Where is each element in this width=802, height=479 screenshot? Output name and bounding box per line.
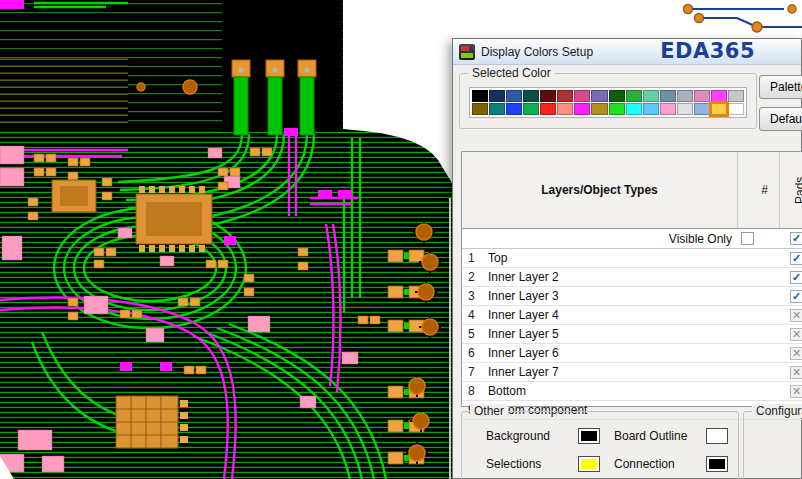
selected-color-label: Selected Color xyxy=(468,66,555,80)
layer-visibility-checkbox[interactable] xyxy=(790,347,802,360)
palette-swatch[interactable] xyxy=(540,103,556,115)
layer-row-number: 4 xyxy=(462,308,488,322)
palette-swatch[interactable] xyxy=(711,90,727,102)
dialog-title: Display Colors Setup xyxy=(481,45,593,59)
layer-name: Top xyxy=(488,251,738,265)
layer-visibility-checkbox[interactable] xyxy=(790,252,802,265)
palette-swatch[interactable] xyxy=(711,103,727,115)
configuration-group: Configuration xyxy=(743,411,802,479)
palette-swatch[interactable] xyxy=(472,90,488,102)
layer-visibility-checkbox[interactable] xyxy=(790,366,802,379)
other-item: Selections xyxy=(486,456,600,472)
other-item: Connection xyxy=(614,456,728,472)
palette-swatch[interactable] xyxy=(574,103,590,115)
palette-swatch[interactable] xyxy=(506,90,522,102)
layer-row[interactable]: 5Inner Layer 5 xyxy=(462,325,802,344)
pads-app-icon xyxy=(459,44,475,60)
palette-swatch[interactable] xyxy=(557,90,573,102)
palette-swatch[interactable] xyxy=(643,90,659,102)
layer-row-number: 5 xyxy=(462,327,488,341)
layer-name: Bottom xyxy=(488,384,738,398)
table-header: Layers/Object Types # Pads xyxy=(462,152,802,229)
visible-only-row: Visible Only xyxy=(462,229,802,249)
layer-row-number: 8 xyxy=(462,384,488,398)
layer-name: Inner Layer 4 xyxy=(488,308,738,322)
palette-swatch[interactable] xyxy=(523,103,539,115)
palette-swatch[interactable] xyxy=(626,103,642,115)
color-well[interactable] xyxy=(578,428,600,444)
layer-row-number: 3 xyxy=(462,289,488,303)
palette-swatch[interactable] xyxy=(591,90,607,102)
screen: Display Colors Setup EDA365 Selected Col… xyxy=(0,0,802,479)
layer-visibility-checkbox[interactable] xyxy=(790,385,802,398)
palette-swatch[interactable] xyxy=(728,103,744,115)
palette-button[interactable]: Palette... xyxy=(759,75,802,99)
palette-swatch[interactable] xyxy=(489,103,505,115)
layer-visibility-checkbox[interactable] xyxy=(790,328,802,341)
configuration-group-label: Configuration xyxy=(752,404,802,418)
layer-name: Inner Layer 5 xyxy=(488,327,738,341)
circuit-decoration xyxy=(452,0,802,38)
layer-row[interactable]: 4Inner Layer 4 xyxy=(462,306,802,325)
palette-swatch[interactable] xyxy=(472,103,488,115)
layer-row[interactable]: 2Inner Layer 2 xyxy=(462,268,802,287)
layers-object-types-header: Layers/Object Types xyxy=(462,152,738,228)
palette-swatch[interactable] xyxy=(626,90,642,102)
other-item-label: Background xyxy=(486,429,550,443)
palette-swatch[interactable] xyxy=(574,90,590,102)
layer-visibility-checkbox[interactable] xyxy=(790,309,802,322)
hash-column-header: # xyxy=(750,152,780,228)
visible-only-label: Visible Only xyxy=(462,232,732,246)
palette-swatch[interactable] xyxy=(591,103,607,115)
layer-name: Inner Layer 6 xyxy=(488,346,738,360)
palette-swatch[interactable] xyxy=(506,103,522,115)
layer-row[interactable]: 1Top xyxy=(462,249,802,268)
selected-color-group: Selected Color xyxy=(459,73,757,129)
palette-swatch[interactable] xyxy=(643,103,659,115)
layer-row[interactable]: 8Bottom xyxy=(462,382,802,401)
default-palette-button[interactable]: Default Palette... xyxy=(759,107,802,131)
layer-name: Inner Layer 2 xyxy=(488,270,738,284)
other-item-label: Connection xyxy=(614,457,675,471)
pcb-canvas[interactable] xyxy=(0,0,460,479)
eda365-logo: EDA365 xyxy=(660,39,755,63)
color-palette xyxy=(469,87,747,118)
palette-swatch[interactable] xyxy=(660,90,676,102)
layer-table-body: 1Top2Inner Layer 23Inner Layer 34Inner L… xyxy=(462,249,802,420)
palette-swatch[interactable] xyxy=(694,103,710,115)
layer-visibility-checkbox[interactable] xyxy=(790,290,802,303)
top-connectors xyxy=(232,60,316,135)
other-item-label: Selections xyxy=(486,457,541,471)
color-well[interactable] xyxy=(706,456,728,472)
palette-swatch[interactable] xyxy=(677,103,693,115)
palette-swatch[interactable] xyxy=(609,90,625,102)
layer-row[interactable]: 7Inner Layer 7 xyxy=(462,363,802,382)
palette-swatch[interactable] xyxy=(489,90,505,102)
layer-row-number: 1 xyxy=(462,251,488,265)
pads-column-header: Pads xyxy=(788,152,802,228)
dialog-titlebar[interactable]: Display Colors Setup EDA365 xyxy=(453,39,801,65)
other-group: Other BackgroundBoard OutlineSelectionsC… xyxy=(461,411,739,479)
layer-row-number: 2 xyxy=(462,270,488,284)
palette-swatch[interactable] xyxy=(540,90,556,102)
visible-only-checkbox[interactable] xyxy=(741,232,754,245)
palette-swatch[interactable] xyxy=(557,103,573,115)
top-strip xyxy=(452,0,802,38)
layer-row[interactable]: 3Inner Layer 3 xyxy=(462,287,802,306)
layer-visibility-checkbox[interactable] xyxy=(790,271,802,284)
layer-name: Inner Layer 7 xyxy=(488,365,738,379)
other-item-label: Board Outline xyxy=(614,429,687,443)
palette-swatch[interactable] xyxy=(609,103,625,115)
other-group-label: Other xyxy=(470,404,508,418)
layer-row[interactable]: 6Inner Layer 6 xyxy=(462,344,802,363)
palette-swatch[interactable] xyxy=(523,90,539,102)
display-colors-dialog: Display Colors Setup EDA365 Selected Col… xyxy=(452,38,802,479)
palette-swatch[interactable] xyxy=(728,90,744,102)
palette-swatch[interactable] xyxy=(677,90,693,102)
pads-column-checkbox[interactable] xyxy=(790,232,802,245)
palette-swatch[interactable] xyxy=(694,90,710,102)
color-well[interactable] xyxy=(706,428,728,444)
color-well[interactable] xyxy=(578,456,600,472)
palette-swatch[interactable] xyxy=(660,103,676,115)
layer-row-number: 7 xyxy=(462,365,488,379)
